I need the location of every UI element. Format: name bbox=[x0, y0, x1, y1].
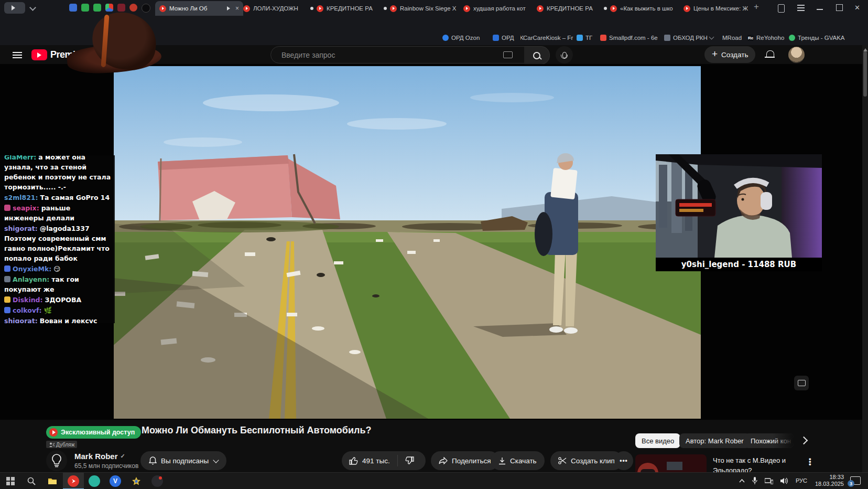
tray-chevron-up-icon[interactable] bbox=[739, 479, 745, 483]
page-scrollbar[interactable] bbox=[862, 45, 868, 472]
donation-text: y0shi_legend - 11488 RUB bbox=[681, 260, 796, 269]
chat-username[interactable]: s2ml821 bbox=[4, 194, 38, 201]
chat-username[interactable]: Diskind bbox=[13, 296, 43, 304]
scrollbar-up-arrow[interactable] bbox=[863, 46, 867, 51]
voice-search-button[interactable] bbox=[556, 46, 573, 63]
hamburger-menu-icon[interactable] bbox=[13, 52, 22, 53]
search-box[interactable] bbox=[270, 46, 525, 63]
bookmark-item[interactable]: ОРД Ozon bbox=[442, 35, 480, 41]
taskbar-search-button[interactable] bbox=[21, 473, 42, 489]
chat-username[interactable]: shigorat bbox=[4, 317, 38, 323]
like-button[interactable]: 491 тыс. bbox=[342, 451, 397, 470]
language-indicator[interactable]: РУС bbox=[796, 477, 807, 484]
file-explorer-button[interactable] bbox=[42, 473, 63, 489]
miniplayer-icon[interactable] bbox=[794, 376, 809, 390]
chat-username[interactable]: GlaMerr bbox=[4, 155, 36, 161]
tray-volume-icon[interactable] bbox=[780, 477, 788, 484]
taskbar-clock[interactable]: 18:33 18.03.2025 bbox=[815, 474, 844, 487]
chat-badge bbox=[4, 276, 10, 282]
lightbulb-logo-icon bbox=[51, 454, 62, 467]
pinned-tab-icon[interactable] bbox=[105, 4, 113, 12]
channel-name[interactable]: Mark Rober bbox=[74, 452, 125, 461]
tab[interactable]: «Как выжить в шко bbox=[606, 1, 685, 16]
account-avatar[interactable] bbox=[788, 47, 805, 63]
start-button[interactable] bbox=[0, 473, 21, 489]
more-actions-button[interactable] bbox=[614, 451, 633, 470]
chips-scroll-arrow-icon[interactable] bbox=[800, 437, 808, 445]
chat-username[interactable]: OnyxieMk bbox=[13, 265, 51, 273]
tray-microphone-icon[interactable] bbox=[752, 477, 757, 485]
tab[interactable]: КРЕДИТНОЕ РА bbox=[312, 1, 391, 16]
tab-active[interactable]: Можно Ли Об bbox=[155, 1, 243, 16]
tab[interactable]: КРЕДИТНОЕ РА bbox=[533, 1, 611, 16]
create-clip-button[interactable]: Создать клип bbox=[550, 451, 623, 470]
bookmark-item[interactable]: MRoad bbox=[722, 35, 742, 41]
webcam-illustration bbox=[656, 154, 822, 258]
chip-similar[interactable]: Похожий кон bbox=[744, 433, 794, 448]
app-button-star[interactable] bbox=[126, 473, 147, 489]
channel-avatar[interactable] bbox=[46, 450, 67, 471]
share-button[interactable]: Поделиться bbox=[431, 451, 499, 470]
window-maximize-button[interactable] bbox=[836, 4, 843, 11]
chat-text: Та самая GoPro 14 bbox=[40, 194, 110, 201]
tab-close-icon[interactable] bbox=[235, 5, 239, 12]
tab-sound-button[interactable] bbox=[4, 2, 25, 14]
sidebar-panel-icon[interactable] bbox=[778, 4, 785, 13]
browser-menu-icon[interactable] bbox=[797, 5, 805, 6]
tab[interactable]: Цены в Мексике: Ж bbox=[679, 1, 756, 16]
download-button[interactable]: Скачать bbox=[491, 451, 545, 470]
related-video-menu-icon[interactable]: ••• bbox=[809, 458, 811, 465]
tab-audio-icon[interactable] bbox=[227, 6, 232, 10]
window-close-button[interactable]: ✕ bbox=[854, 4, 860, 12]
dislike-button[interactable] bbox=[398, 451, 426, 470]
chat-username[interactable]: Anlayenn bbox=[13, 275, 49, 283]
video-player[interactable] bbox=[114, 66, 701, 419]
subscribed-button[interactable]: Вы подписаны bbox=[140, 451, 226, 470]
chat-username[interactable]: colkovf bbox=[13, 306, 41, 314]
microphone-icon bbox=[562, 52, 567, 58]
create-button[interactable]: Создать bbox=[704, 46, 755, 63]
bookmark-item[interactable]: CarCareKiosk – Fr bbox=[514, 35, 573, 41]
bookmark-item[interactable]: ТГ bbox=[577, 35, 592, 41]
pinned-tab-icon[interactable] bbox=[117, 4, 125, 12]
pinned-tab-icon[interactable] bbox=[81, 4, 89, 12]
tab[interactable]: ЛОЛИ-ХУДОЖН bbox=[239, 1, 318, 16]
chevron-down-icon[interactable] bbox=[29, 4, 36, 11]
dub-label: Дубляж bbox=[56, 442, 74, 448]
app-button-messenger[interactable] bbox=[84, 473, 105, 489]
chip-author[interactable]: Автор: Mark Rober bbox=[679, 433, 750, 448]
tab[interactable]: худшая работа кот bbox=[459, 1, 538, 16]
pinned-tab-icon[interactable] bbox=[93, 4, 101, 12]
tray-network-icon[interactable] bbox=[765, 477, 773, 484]
chip-all-videos[interactable]: Все видео bbox=[635, 433, 680, 448]
pinned-tab-icon[interactable] bbox=[129, 4, 137, 12]
chat-emote: 🌿 bbox=[44, 306, 52, 314]
bookmark-item[interactable]: Тренды - GVAKA bbox=[789, 35, 845, 41]
bookmark-favicon bbox=[493, 35, 499, 41]
pinned-tab-icon[interactable] bbox=[69, 4, 77, 12]
bookmark-item[interactable]: ReReYohoho bbox=[747, 35, 784, 41]
notification-center-icon[interactable]: 3 bbox=[850, 476, 861, 485]
play-badge-icon bbox=[49, 428, 58, 437]
subscribed-label: Вы подписаны bbox=[161, 457, 209, 465]
tab[interactable]: Rainbow Six Siege X bbox=[386, 1, 464, 16]
keyboard-icon[interactable] bbox=[503, 51, 513, 58]
new-tab-button[interactable] bbox=[754, 2, 759, 12]
bookmark-item[interactable]: Smallpdf.com - 6е bbox=[600, 35, 658, 41]
browser-app-button[interactable] bbox=[63, 473, 84, 489]
pinned-tab-icon[interactable] bbox=[142, 4, 150, 13]
search-input[interactable] bbox=[280, 50, 492, 60]
notifications-bell-icon[interactable] bbox=[766, 50, 774, 58]
search-button[interactable] bbox=[524, 46, 550, 65]
bookmark-label: ТГ bbox=[585, 35, 592, 41]
app-button-recorder[interactable] bbox=[147, 473, 168, 489]
chat-username[interactable]: shigorat bbox=[4, 225, 38, 232]
chat-username[interactable]: seapix bbox=[13, 204, 39, 212]
video-title: Можно Ли Обмануть Беспилотный Автомобиль… bbox=[142, 425, 371, 436]
channel-subscribers: 65,5 млн подписчиков bbox=[74, 462, 138, 470]
youtube-logo-icon[interactable] bbox=[31, 49, 47, 60]
scrollbar-thumb[interactable] bbox=[863, 51, 867, 97]
bookmark-folder[interactable]: ОБХОД РКН bbox=[664, 35, 713, 41]
app-button-v[interactable]: V bbox=[105, 473, 126, 489]
window-minimize-button[interactable] bbox=[817, 9, 823, 10]
